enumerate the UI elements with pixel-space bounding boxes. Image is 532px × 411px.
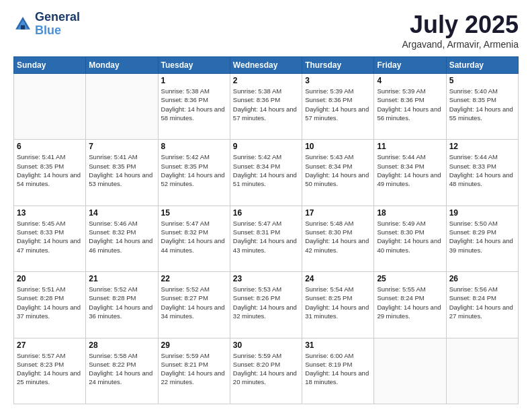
calendar-cell: 8Sunrise: 5:42 AM Sunset: 8:35 PM Daylig… bbox=[158, 140, 230, 205]
month-title: July 2025 bbox=[402, 11, 519, 39]
calendar-cell: 7Sunrise: 5:41 AM Sunset: 8:35 PM Daylig… bbox=[86, 140, 158, 205]
day-info: Sunrise: 5:56 AM Sunset: 8:24 PM Dayligh… bbox=[449, 285, 515, 320]
calendar-cell: 30Sunrise: 5:59 AM Sunset: 8:20 PM Dayli… bbox=[230, 338, 302, 404]
day-number: 14 bbox=[89, 208, 154, 218]
calendar-cell: 25Sunrise: 5:55 AM Sunset: 8:24 PM Dayli… bbox=[374, 272, 446, 338]
day-number: 17 bbox=[305, 208, 371, 218]
day-info: Sunrise: 5:47 AM Sunset: 8:32 PM Dayligh… bbox=[161, 219, 227, 255]
calendar-cell: 17Sunrise: 5:48 AM Sunset: 8:30 PM Dayli… bbox=[302, 205, 374, 271]
day-number: 15 bbox=[161, 208, 227, 218]
calendar-week-row: 6Sunrise: 5:41 AM Sunset: 8:35 PM Daylig… bbox=[14, 140, 519, 205]
location: Argavand, Armavir, Armenia bbox=[402, 39, 519, 50]
logo-text: General Blue bbox=[35, 11, 80, 38]
day-info: Sunrise: 5:52 AM Sunset: 8:27 PM Dayligh… bbox=[161, 285, 227, 320]
calendar-cell: 14Sunrise: 5:46 AM Sunset: 8:32 PM Dayli… bbox=[86, 205, 158, 271]
calendar-week-row: 27Sunrise: 5:57 AM Sunset: 8:23 PM Dayli… bbox=[14, 338, 519, 404]
day-number: 9 bbox=[233, 142, 299, 151]
day-number: 6 bbox=[17, 142, 83, 151]
day-info: Sunrise: 5:41 AM Sunset: 8:35 PM Dayligh… bbox=[89, 152, 154, 188]
calendar-cell bbox=[446, 338, 518, 404]
calendar-cell: 22Sunrise: 5:52 AM Sunset: 8:27 PM Dayli… bbox=[158, 272, 230, 338]
logo-line2: Blue bbox=[35, 24, 80, 38]
day-number: 25 bbox=[377, 274, 443, 283]
day-info: Sunrise: 5:45 AM Sunset: 8:33 PM Dayligh… bbox=[17, 219, 83, 255]
day-info: Sunrise: 5:40 AM Sunset: 8:35 PM Dayligh… bbox=[449, 87, 515, 122]
calendar-header-row: SundayMondayTuesdayWednesdayThursdayFrid… bbox=[14, 57, 519, 74]
calendar-cell: 20Sunrise: 5:51 AM Sunset: 8:28 PM Dayli… bbox=[14, 272, 86, 338]
day-info: Sunrise: 5:48 AM Sunset: 8:30 PM Dayligh… bbox=[305, 219, 371, 255]
calendar-week-row: 1Sunrise: 5:38 AM Sunset: 8:36 PM Daylig… bbox=[14, 74, 519, 140]
day-info: Sunrise: 5:39 AM Sunset: 8:36 PM Dayligh… bbox=[305, 87, 371, 122]
day-info: Sunrise: 5:38 AM Sunset: 8:36 PM Dayligh… bbox=[233, 87, 299, 122]
calendar-day-header: Thursday bbox=[302, 57, 374, 74]
day-info: Sunrise: 5:44 AM Sunset: 8:34 PM Dayligh… bbox=[377, 152, 443, 188]
day-info: Sunrise: 5:38 AM Sunset: 8:36 PM Dayligh… bbox=[161, 87, 227, 122]
day-number: 26 bbox=[449, 274, 515, 283]
day-info: Sunrise: 5:47 AM Sunset: 8:31 PM Dayligh… bbox=[233, 219, 299, 255]
calendar-cell: 26Sunrise: 5:56 AM Sunset: 8:24 PM Dayli… bbox=[446, 272, 518, 338]
day-number: 4 bbox=[377, 76, 443, 85]
calendar-week-row: 13Sunrise: 5:45 AM Sunset: 8:33 PM Dayli… bbox=[14, 205, 519, 271]
calendar-cell: 3Sunrise: 5:39 AM Sunset: 8:36 PM Daylig… bbox=[302, 74, 374, 140]
day-info: Sunrise: 5:49 AM Sunset: 8:30 PM Dayligh… bbox=[377, 219, 443, 255]
calendar-cell: 1Sunrise: 5:38 AM Sunset: 8:36 PM Daylig… bbox=[158, 74, 230, 140]
day-number: 23 bbox=[233, 274, 299, 283]
calendar-cell: 19Sunrise: 5:50 AM Sunset: 8:29 PM Dayli… bbox=[446, 205, 518, 271]
day-info: Sunrise: 5:46 AM Sunset: 8:32 PM Dayligh… bbox=[89, 219, 154, 255]
calendar-cell: 9Sunrise: 5:42 AM Sunset: 8:34 PM Daylig… bbox=[230, 140, 302, 205]
logo: General Blue bbox=[13, 11, 80, 38]
day-number: 29 bbox=[161, 340, 227, 350]
day-number: 10 bbox=[305, 142, 371, 151]
day-info: Sunrise: 5:55 AM Sunset: 8:24 PM Dayligh… bbox=[377, 285, 443, 320]
calendar-cell: 24Sunrise: 5:54 AM Sunset: 8:25 PM Dayli… bbox=[302, 272, 374, 338]
calendar-day-header: Saturday bbox=[446, 57, 518, 74]
day-info: Sunrise: 5:50 AM Sunset: 8:29 PM Dayligh… bbox=[449, 219, 515, 255]
day-number: 3 bbox=[305, 76, 371, 85]
calendar-cell: 5Sunrise: 5:40 AM Sunset: 8:35 PM Daylig… bbox=[446, 74, 518, 140]
calendar-cell: 21Sunrise: 5:52 AM Sunset: 8:28 PM Dayli… bbox=[86, 272, 158, 338]
day-info: Sunrise: 5:41 AM Sunset: 8:35 PM Dayligh… bbox=[17, 152, 83, 188]
day-info: Sunrise: 5:43 AM Sunset: 8:34 PM Dayligh… bbox=[305, 152, 371, 188]
day-info: Sunrise: 5:53 AM Sunset: 8:26 PM Dayligh… bbox=[233, 285, 299, 320]
day-number: 22 bbox=[161, 274, 227, 283]
calendar-cell: 31Sunrise: 6:00 AM Sunset: 8:19 PM Dayli… bbox=[302, 338, 374, 404]
header: General Blue July 2025 Argavand, Armavir… bbox=[13, 11, 519, 50]
calendar-day-header: Sunday bbox=[14, 57, 86, 74]
calendar-cell bbox=[86, 74, 158, 140]
day-number: 19 bbox=[449, 208, 515, 218]
page: General Blue July 2025 Argavand, Armavir… bbox=[0, 0, 532, 411]
calendar-cell: 11Sunrise: 5:44 AM Sunset: 8:34 PM Dayli… bbox=[374, 140, 446, 205]
day-number: 30 bbox=[233, 340, 299, 350]
day-info: Sunrise: 5:39 AM Sunset: 8:36 PM Dayligh… bbox=[377, 87, 443, 122]
calendar-day-header: Monday bbox=[86, 57, 158, 74]
day-info: Sunrise: 5:42 AM Sunset: 8:34 PM Dayligh… bbox=[233, 152, 299, 188]
day-number: 27 bbox=[17, 340, 83, 350]
calendar-day-header: Tuesday bbox=[158, 57, 230, 74]
day-number: 5 bbox=[449, 76, 515, 85]
calendar-cell: 23Sunrise: 5:53 AM Sunset: 8:26 PM Dayli… bbox=[230, 272, 302, 338]
logo-line1: General bbox=[35, 11, 80, 24]
day-info: Sunrise: 5:52 AM Sunset: 8:28 PM Dayligh… bbox=[89, 285, 154, 320]
day-number: 12 bbox=[449, 142, 515, 151]
title-block: July 2025 Argavand, Armavir, Armenia bbox=[402, 11, 519, 50]
calendar-cell: 10Sunrise: 5:43 AM Sunset: 8:34 PM Dayli… bbox=[302, 140, 374, 205]
day-number: 21 bbox=[89, 274, 154, 283]
calendar-cell: 2Sunrise: 5:38 AM Sunset: 8:36 PM Daylig… bbox=[230, 74, 302, 140]
day-info: Sunrise: 5:42 AM Sunset: 8:35 PM Dayligh… bbox=[161, 152, 227, 188]
calendar-week-row: 20Sunrise: 5:51 AM Sunset: 8:28 PM Dayli… bbox=[14, 272, 519, 338]
calendar-cell: 6Sunrise: 5:41 AM Sunset: 8:35 PM Daylig… bbox=[14, 140, 86, 205]
day-number: 8 bbox=[161, 142, 227, 151]
calendar-cell: 4Sunrise: 5:39 AM Sunset: 8:36 PM Daylig… bbox=[374, 74, 446, 140]
calendar-cell bbox=[374, 338, 446, 404]
day-info: Sunrise: 5:57 AM Sunset: 8:23 PM Dayligh… bbox=[17, 351, 83, 387]
day-number: 20 bbox=[17, 274, 83, 283]
day-info: Sunrise: 5:59 AM Sunset: 8:20 PM Dayligh… bbox=[233, 351, 299, 387]
day-number: 24 bbox=[305, 274, 371, 283]
day-info: Sunrise: 5:44 AM Sunset: 8:33 PM Dayligh… bbox=[449, 152, 515, 188]
day-number: 31 bbox=[305, 340, 371, 350]
logo-icon bbox=[13, 15, 32, 34]
calendar-cell bbox=[14, 74, 86, 140]
calendar-day-header: Friday bbox=[374, 57, 446, 74]
calendar-table: SundayMondayTuesdayWednesdayThursdayFrid… bbox=[13, 56, 519, 404]
calendar-day-header: Wednesday bbox=[230, 57, 302, 74]
